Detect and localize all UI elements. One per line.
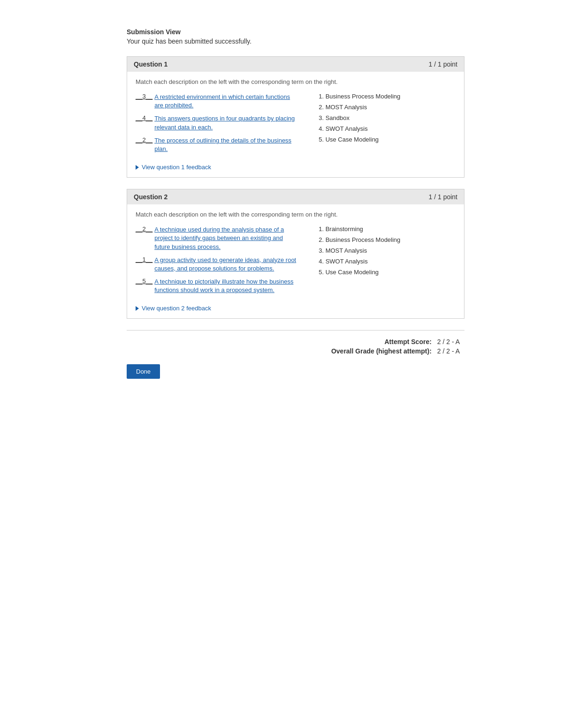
question-2-title: Question 2: [134, 193, 167, 201]
q1-text-3: The process of outlining the details of …: [154, 136, 300, 153]
q2-right-item-1: 1. Brainstorming: [319, 225, 456, 233]
q1-text-1: A restricted environment in which certai…: [154, 93, 300, 110]
question-1-matching: __3__ A restricted environment in which …: [136, 93, 456, 158]
q2-text-3: A technique to pictorially illustrate ho…: [154, 278, 300, 294]
question-2-instruction: Match each description on the left with …: [136, 211, 456, 218]
question-1-body: Match each description on the left with …: [127, 72, 464, 177]
overall-score-row: Overall Grade (highest attempt): 2 / 2 -…: [127, 347, 460, 355]
score-divider: [127, 330, 464, 330]
question-2-body: Match each description on the left with …: [127, 204, 464, 318]
question-2-right: 1. Brainstorming 2. Business Process Mod…: [319, 225, 456, 299]
q1-text-2: This answers questions in four quadrants…: [154, 114, 300, 131]
q1-right-item-3: 3. Sandbox: [319, 114, 456, 121]
q1-answer-3: __2__: [136, 136, 152, 143]
page-wrapper: Submission View Your quiz has been submi…: [80, 0, 483, 398]
q2-answer-3: __5__: [136, 278, 152, 285]
q1-left-item-1: __3__ A restricted environment in which …: [136, 93, 300, 110]
q2-right-item-4: 4. SWOT Analysis: [319, 258, 456, 265]
q2-left-item-2: __1__ A group activity used to generate …: [136, 256, 300, 273]
question-1-right: 1. Business Process Modeling 2. MOST Ana…: [319, 93, 456, 158]
q1-feedback-label: View question 1 feedback: [142, 164, 211, 171]
q1-right-item-1: 1. Business Process Modeling: [319, 93, 456, 100]
question-1-title: Question 1: [134, 60, 167, 68]
q1-feedback-chevron-icon: [136, 165, 139, 170]
q1-right-item-5: 5. Use Case Modeling: [319, 136, 456, 143]
q2-answer-1: __2__: [136, 225, 152, 233]
question-2-left: __2__ A technique used during the analys…: [136, 225, 300, 299]
q1-answer-2: __4__: [136, 114, 152, 121]
question-2-header: Question 2 1 / 1 point: [127, 189, 464, 204]
q1-feedback-link[interactable]: View question 1 feedback: [136, 164, 456, 171]
submission-title: Submission View: [127, 28, 464, 36]
q1-answer-1: __3__: [136, 93, 152, 100]
submission-header: Submission View Your quiz has been submi…: [127, 28, 464, 45]
question-2-score: 1 / 1 point: [429, 193, 458, 201]
question-1-block: Question 1 1 / 1 point Match each descri…: [127, 56, 464, 178]
score-section: Attempt Score: 2 / 2 - A Overall Grade (…: [127, 338, 464, 355]
q2-feedback-link[interactable]: View question 2 feedback: [136, 305, 456, 312]
q1-right-item-2: 2. MOST Analysis: [319, 104, 456, 111]
q1-right-item-4: 4. SWOT Analysis: [319, 125, 456, 132]
q2-right-item-3: 3. MOST Analysis: [319, 247, 456, 254]
attempt-score-row: Attempt Score: 2 / 2 - A: [127, 338, 460, 345]
q2-left-item-3: __5__ A technique to pictorially illustr…: [136, 278, 300, 294]
overall-score-label: Overall Grade (highest attempt):: [331, 347, 432, 355]
q2-feedback-chevron-icon: [136, 306, 139, 311]
submission-message: Your quiz has been submitted successfull…: [127, 38, 464, 45]
done-button[interactable]: Done: [127, 364, 160, 379]
question-2-matching: __2__ A technique used during the analys…: [136, 225, 456, 299]
q1-left-item-3: __2__ The process of outlining the detai…: [136, 136, 300, 153]
q2-text-1: A technique used during the analysis pha…: [154, 225, 300, 251]
question-2-block: Question 2 1 / 1 point Match each descri…: [127, 189, 464, 319]
q2-right-item-5: 5. Use Case Modeling: [319, 269, 456, 276]
q2-answer-2: __1__: [136, 256, 152, 263]
q2-right-item-2: 2. Business Process Modeling: [319, 236, 456, 243]
attempt-score-label: Attempt Score:: [385, 338, 432, 345]
question-1-instruction: Match each description on the left with …: [136, 78, 456, 85]
q2-left-item-1: __2__ A technique used during the analys…: [136, 225, 300, 251]
q2-feedback-label: View question 2 feedback: [142, 305, 211, 312]
attempt-score-value: 2 / 2 - A: [437, 338, 460, 345]
overall-score-value: 2 / 2 - A: [437, 347, 460, 355]
q2-text-2: A group activity used to generate ideas,…: [154, 256, 300, 273]
question-1-header: Question 1 1 / 1 point: [127, 57, 464, 72]
q1-left-item-2: __4__ This answers questions in four qua…: [136, 114, 300, 131]
question-1-left: __3__ A restricted environment in which …: [136, 93, 300, 158]
question-1-score: 1 / 1 point: [429, 60, 458, 68]
